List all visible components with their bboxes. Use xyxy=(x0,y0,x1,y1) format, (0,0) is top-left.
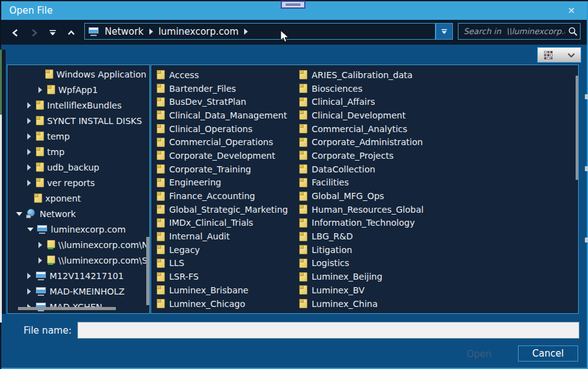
breadcrumb-root[interactable]: Network xyxy=(105,26,144,37)
file-item-label: ARIES_Calibration_data xyxy=(312,70,413,80)
tree-item[interactable]: Windows Application xyxy=(7,66,149,82)
file-list-item[interactable]: Luminex_Beijing xyxy=(294,270,572,283)
file-list-item[interactable]: Corporate_Development xyxy=(151,149,294,162)
file-list-item[interactable]: DataCollection xyxy=(294,162,572,176)
folder-icon xyxy=(36,178,44,187)
tree-item[interactable]: MAD-KMEINHOLZ xyxy=(7,283,149,299)
breadcrumb[interactable]: Network luminexcorp.com xyxy=(84,23,436,40)
file-list-item[interactable]: Clinical_Development xyxy=(294,109,572,122)
file-list-item[interactable]: Corporate_Training xyxy=(151,162,294,176)
open-button[interactable]: Open xyxy=(457,346,501,362)
view-mode-button[interactable] xyxy=(537,47,581,63)
back-button[interactable] xyxy=(9,26,22,40)
tree-vertical-scrollbar[interactable] xyxy=(146,237,149,305)
file-list-item[interactable]: Biosciences xyxy=(294,82,572,96)
expander-icon[interactable] xyxy=(27,118,31,124)
breadcrumb-separator-icon[interactable] xyxy=(149,29,153,35)
tree-item[interactable]: tmp xyxy=(7,144,149,159)
expander-icon[interactable] xyxy=(27,273,31,279)
file-list-item[interactable]: Information_Technology xyxy=(294,216,572,230)
file-list-item[interactable]: Legacy xyxy=(151,243,294,257)
expander-icon[interactable] xyxy=(27,102,31,109)
folder-icon xyxy=(36,116,44,125)
folder-icon xyxy=(157,285,165,295)
grip-handle[interactable] xyxy=(281,1,305,9)
tree-item[interactable]: xponent xyxy=(7,190,149,206)
expander-icon[interactable] xyxy=(38,87,42,93)
file-name-input[interactable] xyxy=(77,322,579,339)
expander-icon[interactable] xyxy=(27,149,31,155)
file-list-item[interactable]: IMDx_Clinical_Trials xyxy=(151,216,294,230)
file-list-item[interactable]: Luminex_Chicago xyxy=(151,297,294,311)
files-vertical-scrollbar[interactable] xyxy=(576,76,579,180)
folder-icon xyxy=(157,138,165,147)
close-icon[interactable]: ✕ xyxy=(563,1,579,20)
cancel-button[interactable]: Cancel xyxy=(518,345,578,362)
tree-item[interactable]: WpfApp1 xyxy=(7,82,149,97)
file-item-label: IMDx_Clinical_Trials xyxy=(169,218,253,228)
expander-icon[interactable] xyxy=(38,257,42,264)
expander-icon[interactable] xyxy=(27,228,33,231)
tree-item[interactable]: ver reports xyxy=(7,175,149,190)
file-list-item[interactable]: Corporate_Administration xyxy=(294,135,572,149)
file-list-item[interactable]: Logistics xyxy=(294,257,572,270)
breadcrumb-segment[interactable]: luminexcorp.com xyxy=(159,26,239,37)
file-list-item[interactable]: LLS xyxy=(151,257,294,270)
file-list-item[interactable]: Clinical_Operations xyxy=(151,122,294,136)
file-list-item[interactable]: Finance_Accounting xyxy=(151,189,294,203)
file-list-item[interactable]: Commercial_Operations xyxy=(151,135,294,149)
expander-icon[interactable] xyxy=(16,212,22,216)
file-list-item[interactable]: Internal_Audit xyxy=(151,229,294,243)
file-list-item[interactable]: Access xyxy=(151,68,294,82)
file-list-item[interactable]: Facilities xyxy=(294,176,572,190)
file-list-item[interactable]: Luminex_China xyxy=(294,297,572,311)
expander-icon[interactable] xyxy=(38,242,42,248)
tree-item[interactable]: \\luminexcorp.com\NET xyxy=(7,237,149,252)
breadcrumb-dropdown-button[interactable] xyxy=(436,23,453,40)
tree-item[interactable]: udb_backup xyxy=(7,159,149,175)
search-icon[interactable] xyxy=(566,27,580,37)
file-list-item[interactable]: Clinical_Data_Management xyxy=(151,109,294,122)
tree-item[interactable]: IntelliflexBundles xyxy=(7,97,149,113)
tree-item[interactable]: Network xyxy=(7,206,149,221)
tree-item-label: xponent xyxy=(45,193,81,203)
file-list-item[interactable]: Bartender_Files xyxy=(151,82,294,96)
file-list-item[interactable]: Clinical_Affairs xyxy=(294,95,572,109)
search-input[interactable] xyxy=(459,27,566,36)
tree-item[interactable]: \\luminexcorp.com\SYS xyxy=(7,252,149,268)
background-artifact xyxy=(585,166,588,171)
file-item-label: Clinical_Affairs xyxy=(312,97,375,107)
folder-icon xyxy=(299,178,307,187)
tree-item[interactable]: temp xyxy=(7,128,149,144)
file-list-item[interactable]: Global_Strategic_Marketing xyxy=(151,203,294,216)
file-list-item[interactable]: Corporate_Projects xyxy=(294,149,572,162)
file-list-item[interactable]: LSR-FS xyxy=(151,270,294,283)
breadcrumb-separator-icon[interactable] xyxy=(244,29,248,35)
file-list-item[interactable]: Luminex_Brisbane xyxy=(151,283,294,297)
open-file-dialog: Open File ✕ Network luminexcorp.com xyxy=(0,0,588,369)
tree-item[interactable]: SYNCT INSTALL DISKS xyxy=(7,113,149,128)
tree-item[interactable]: MAD-XCHEN xyxy=(7,299,149,314)
file-list-item[interactable]: Luminex_BV xyxy=(294,283,572,297)
file-list: AccessBartender_FilesBusDev_StratPlanCli… xyxy=(151,68,572,310)
file-list-item[interactable]: LBG_R&D xyxy=(294,229,572,243)
expander-icon[interactable] xyxy=(27,164,31,171)
file-list-item[interactable]: Human_Resources_Global xyxy=(294,203,572,216)
file-list-item[interactable]: ARIES_Calibration_data xyxy=(294,68,572,82)
tree-item[interactable]: luminexcorp.com xyxy=(7,221,149,237)
expander-icon[interactable] xyxy=(27,288,31,295)
up-button[interactable] xyxy=(64,26,78,40)
file-list-item[interactable]: Global_MFG_Ops xyxy=(294,189,572,203)
file-item-label: Clinical_Development xyxy=(312,110,406,120)
file-list-item[interactable]: BusDev_StratPlan xyxy=(151,95,294,109)
tree-horizontal-scrollbar[interactable] xyxy=(18,307,116,310)
expander-icon[interactable] xyxy=(27,133,31,140)
tree-item-label: \\luminexcorp.com\NET xyxy=(58,240,150,250)
file-list-item[interactable]: Engineering xyxy=(151,176,294,190)
forward-button[interactable] xyxy=(27,26,41,40)
file-list-item[interactable]: Commercial_Analytics xyxy=(294,122,572,136)
expander-icon[interactable] xyxy=(27,180,31,186)
recent-locations-button[interactable] xyxy=(46,26,59,40)
file-list-item[interactable]: Litigation xyxy=(294,243,572,257)
tree-item[interactable]: M12V114217101 xyxy=(7,268,149,283)
